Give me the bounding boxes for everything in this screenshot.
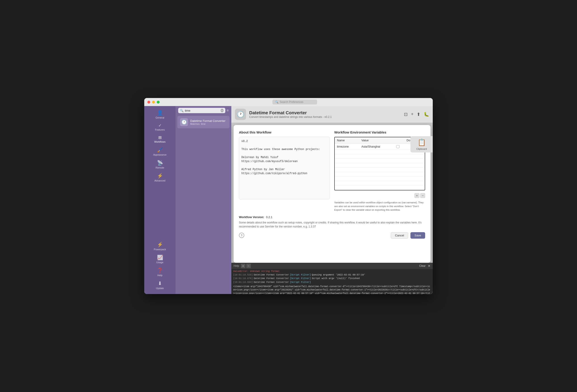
env-col-value: Value <box>359 137 394 143</box>
workflows-icon: ⊞ <box>158 136 162 140</box>
help-icon: ❓ <box>157 268 163 273</box>
sidebar-item-appearance[interactable]: 🖌️ Appearance <box>144 145 176 158</box>
workflow-debug-icon[interactable]: 🐛 <box>424 112 429 117</box>
help-button[interactable]: ? <box>239 233 244 238</box>
workflow-dialog: About this Workflow Workflow Environment… <box>234 125 431 263</box>
sidebar-item-update[interactable]: ⬇ Update <box>144 279 176 292</box>
workflow-header-title: Datetime Format Converter <box>249 110 401 115</box>
debug-toolbar: Help + − Clear ✕ <box>231 263 433 269</box>
close-button[interactable] <box>147 101 150 104</box>
sidebar-label-remote: Remote <box>156 166 164 169</box>
debug-output: ValueError: Unknown string format [10:01… <box>231 269 433 294</box>
debug-clear-button[interactable]: Clear <box>419 264 426 267</box>
env-name-cell[interactable]: timezone <box>335 143 359 150</box>
debug-ts-3: [10:01:18.684] <box>233 280 253 284</box>
workflow-item-icon: 🕐 <box>180 118 188 126</box>
workflow-list-item[interactable]: 🕐 Datetime Format Converter Matches: tim… <box>177 116 230 128</box>
workflow-description: Some details about the workflow such as … <box>239 220 425 229</box>
debug-wf-2: Datetime Format Converter <box>254 277 289 280</box>
debug-help-label[interactable]: Help <box>234 264 239 267</box>
debug-remove-button[interactable]: − <box>246 264 251 268</box>
debug-tag-1[interactable]: [Script Filter] <box>290 273 311 277</box>
titlebar-search-area: 🔍 Search Preferences <box>160 100 430 105</box>
workflow-version-label: Workflow Version: <box>239 215 264 219</box>
workflow-header-subtitle: Convert timestamps and datetime strings … <box>249 115 401 118</box>
powerpack-icon: ⚡ <box>157 242 163 247</box>
workflow-add-icon[interactable]: + <box>411 112 414 117</box>
search-clear-button[interactable]: ✕ <box>221 109 223 112</box>
right-panel: 🕐 Datetime Format Converter Convert time… <box>231 106 433 294</box>
dialog-footer: ? Cancel Save <box>239 232 425 239</box>
usage-icon: 📈 <box>157 255 163 260</box>
sidebar-item-powerpack[interactable]: ⚡ Powerpack <box>144 240 176 253</box>
debug-tag-2[interactable]: [Script Filter] <box>290 277 311 280</box>
sidebar-label-features: Features <box>155 128 165 131</box>
sidebar-label-advanced: Advanced <box>154 179 165 182</box>
sidebar-item-remote[interactable]: 📡 Remote <box>144 158 176 171</box>
traffic-lights <box>147 101 160 104</box>
advanced-icon: ⚡ <box>157 174 163 178</box>
workflow-open-icon[interactable]: ⊡ <box>404 112 408 117</box>
debug-line-3: [10:01:18.684] Datetime Format Converter… <box>233 280 431 294</box>
debug-console: Help + − Clear ✕ ValueError: Unknown <box>231 263 433 294</box>
cancel-button[interactable]: Cancel <box>391 232 408 239</box>
maximize-button[interactable] <box>157 101 160 104</box>
env-remove-button[interactable]: − <box>420 193 425 198</box>
workflow-version-input[interactable] <box>266 215 303 219</box>
debug-wf-3: Datetime Format Converter <box>254 280 289 284</box>
debug-tag-3[interactable]: [Script Filter] <box>290 280 311 284</box>
sidebar-item-usage[interactable]: 📈 Usage <box>144 253 176 266</box>
sidebar-item-features[interactable]: ✓ Features <box>144 121 176 133</box>
minimize-button[interactable] <box>152 101 155 104</box>
debug-msg-1: Queuing argument '2022-02-01 09:57:10' <box>312 273 365 277</box>
env-empty-row-4 <box>335 163 425 168</box>
sidebar-label-general: General <box>155 116 164 119</box>
remote-icon: 📡 <box>157 161 163 165</box>
workflow-header-actions: ⊡ + ⬆ 🐛 <box>404 112 429 117</box>
search-input[interactable] <box>185 109 219 112</box>
debug-add-button[interactable]: + <box>241 264 245 268</box>
debug-wf-1: Datetime Format Converter <box>254 273 289 277</box>
env-add-remove: + − <box>334 193 425 198</box>
about-textarea[interactable] <box>239 137 330 199</box>
features-icon: ✓ <box>158 123 162 127</box>
titlebar: 🔍 Search Preferences <box>144 98 433 106</box>
env-empty-row-2 <box>335 154 425 159</box>
sidebar-label-appearance: Appearance <box>153 153 166 156</box>
sidebar-item-general[interactable]: 👤 General <box>144 108 176 121</box>
debug-msg-3: <items><item arg="1643709430" uid="com.m… <box>233 285 431 294</box>
sidebar-label-workflows: Workflows <box>154 141 166 143</box>
dont-export-checkbox[interactable] <box>396 145 399 148</box>
sidebar-label-update: Update <box>156 287 164 289</box>
sidebar: 👤 General ✓ Features ⊞ Workflows 🖌️ Appe… <box>144 106 176 294</box>
update-icon: ⬇ <box>158 281 162 286</box>
dialog-actions: Cancel Save <box>391 232 425 239</box>
save-button[interactable]: Save <box>410 232 425 239</box>
titlebar-search-placeholder: Search Preferences <box>280 101 303 104</box>
search-input-wrap: 🔍 ✕ <box>178 108 225 113</box>
about-section-title: About this Workflow <box>239 130 330 134</box>
search-options-icon[interactable]: ≡ <box>227 108 229 112</box>
env-add-button[interactable]: + <box>414 193 419 198</box>
sidebar-item-help[interactable]: ❓ Help <box>144 266 176 279</box>
titlebar-search-box[interactable]: 🔍 Search Preferences <box>272 100 317 105</box>
workflow-export-icon[interactable]: ⬆ <box>417 112 421 117</box>
debug-close-button[interactable]: ✕ <box>428 264 431 268</box>
search-icon: 🔍 <box>275 101 279 104</box>
debug-error-line: ValueError: Unknown string format <box>233 270 431 273</box>
env-info: Variables can be used within workflow ob… <box>334 201 425 212</box>
env-value-cell[interactable]: Asia/Shanghai <box>359 143 394 150</box>
sidebar-item-advanced[interactable]: ⚡ Advanced <box>144 171 176 184</box>
env-section-title: Workflow Environment Variables <box>334 130 425 134</box>
env-empty-row-3 <box>335 159 425 163</box>
env-col-name: Name <box>335 137 359 143</box>
search-bar: 🔍 ✕ ≡ <box>176 106 231 115</box>
workflow-item-title: Datetime Format Converter <box>190 119 227 123</box>
sidebar-item-workflows[interactable]: ⊞ Workflows <box>144 133 176 145</box>
env-empty-row-6 <box>335 172 425 177</box>
debug-line-2: [10:01:18.676] Datetime Format Converter… <box>233 277 431 280</box>
search-left-icon: 🔍 <box>180 109 183 112</box>
workflow-header-icon: 🕐 <box>235 109 246 120</box>
main-window: 🔍 Search Preferences 👤 General ✓ Feature… <box>144 98 433 294</box>
general-icon: 👤 <box>157 110 163 115</box>
